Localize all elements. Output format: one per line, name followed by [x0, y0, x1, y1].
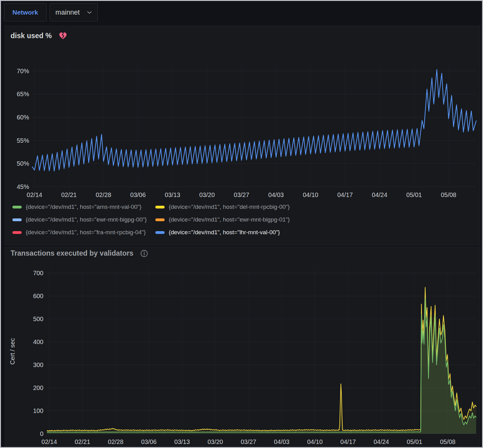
legend-swatch	[155, 231, 165, 234]
x-axis-tick-label: 02/21	[75, 438, 90, 445]
y-axis-tick-label: 400	[33, 338, 43, 345]
plot-area[interactable]	[47, 268, 476, 434]
transactions-chart[interactable]: 02/1402/2102/2803/0603/1303/2003/2704/03…	[5, 247, 481, 448]
grafana-dashboard: Network mainnet disk used % 02/1402/2102…	[0, 0, 483, 448]
x-axis-tick-label: 02/21	[61, 191, 77, 198]
x-axis-tick-label: 04/10	[307, 438, 323, 445]
legend-swatch	[12, 206, 22, 208]
y-axis-tick-label: 700	[33, 270, 43, 276]
y-axis-tick-label: 500	[33, 316, 43, 322]
chart-legend: {device="/dev/md1", host="ams-mnt-val-00…	[12, 204, 290, 236]
x-axis-tick-label: 03/06	[130, 191, 146, 198]
x-axis-tick-label: 03/27	[241, 438, 256, 445]
legend-label: {device="/dev/md1", host="ewr-mnt-bigpg-…	[26, 216, 147, 223]
x-axis-tick-label: 04/03	[274, 438, 290, 445]
x-axis-tick-label: 02/14	[42, 438, 57, 445]
legend-label: {device="/dev/md1", host="ewr-mnt-bigpg-…	[169, 216, 290, 223]
chevron-down-icon	[87, 11, 92, 14]
x-axis-tick-label: 03/13	[165, 191, 180, 198]
legend-swatch	[12, 231, 22, 234]
legend-item[interactable]: {device="/dev/md1", host="ewr-mnt-bigpg-…	[155, 216, 290, 223]
legend-swatch	[155, 206, 165, 208]
y-axis-tick-label: 50%	[17, 160, 29, 167]
x-axis-tick-label: 04/10	[303, 191, 318, 198]
legend-label: {device="/dev/md1", host="ams-mnt-val-00…	[26, 204, 141, 210]
legend-item[interactable]: {device="/dev/md1", host="fra-mnt-rpcbig…	[12, 229, 147, 236]
x-axis-tick-label: 03/06	[141, 438, 157, 445]
x-axis-tick-label: 03/20	[207, 438, 223, 445]
legend-label: {device="/dev/md1", host="del-mnt-rpcbig…	[169, 204, 290, 210]
x-axis-tick-label: 04/24	[372, 191, 387, 198]
plot-area[interactable]	[32, 61, 476, 187]
y-axis-tick-label: 300	[33, 361, 43, 368]
x-axis-tick-label: 03/13	[174, 438, 190, 445]
x-axis-tick-label: 03/27	[234, 191, 249, 198]
x-axis-tick-label: 02/28	[108, 438, 123, 445]
x-axis-tick-label: 04/24	[374, 438, 389, 445]
legend-item[interactable]: {device="/dev/md1", host="ams-mnt-val-00…	[12, 204, 147, 210]
x-axis-tick-label: 03/20	[199, 191, 215, 198]
y-axis-tick-label: 60%	[17, 114, 29, 121]
x-axis-tick-label: 05/08	[440, 438, 455, 445]
network-variable-label-box: Network	[4, 3, 47, 21]
network-variable-label: Network	[4, 9, 46, 16]
x-axis-tick-label: 02/28	[96, 191, 111, 198]
x-axis-tick-label: 05/08	[441, 191, 456, 198]
broken-heart-icon	[59, 32, 67, 40]
y-axis-tick-label: 55%	[17, 137, 29, 144]
panel-disk-used: disk used % 02/1402/2102/2803/0603/1303/…	[5, 26, 480, 245]
info-circle-icon[interactable]	[140, 249, 148, 258]
legend-swatch	[12, 218, 22, 221]
x-axis-tick-label: 04/17	[340, 438, 356, 445]
legend-swatch	[155, 218, 165, 221]
x-axis-tick-label: 04/03	[268, 191, 284, 198]
network-variable-value: mainnet	[55, 8, 80, 16]
dashboard-variable-toolbar: Network mainnet	[4, 3, 98, 21]
x-axis-tick-label: 02/14	[27, 191, 42, 198]
x-axis-tick-label: 05/01	[406, 191, 422, 198]
y-axis-label: Cert / sec	[9, 308, 16, 395]
y-axis-tick-label: 45%	[17, 183, 29, 190]
y-axis-tick-label: 600	[33, 293, 43, 299]
legend-item[interactable]: {device="/dev/md1", host="del-mnt-rpcbig…	[155, 204, 290, 210]
legend-label: {device="/dev/md1", host="fra-mnt-rpcbig…	[26, 229, 146, 236]
y-axis-tick-label: 200	[33, 384, 43, 391]
y-axis-tick-label: 70%	[17, 68, 29, 74]
y-axis-tick-label: 0	[40, 430, 43, 437]
legend-label: {device="/dev/md1", host="lhr-mnt-val-00…	[169, 229, 280, 236]
panel-title-disk-used[interactable]: disk used %	[11, 32, 52, 40]
legend-item[interactable]: {device="/dev/md1", host="lhr-mnt-val-00…	[155, 229, 290, 236]
panel-transactions: Transactions executed by validators Cert…	[5, 247, 480, 448]
y-axis-tick-label: 100	[33, 407, 43, 414]
x-axis-tick-label: 04/17	[337, 191, 353, 198]
legend-item[interactable]: {device="/dev/md1", host="ewr-mnt-bigpg-…	[12, 216, 147, 223]
x-axis-tick-label: 05/01	[407, 438, 422, 445]
y-axis-tick-label: 65%	[17, 91, 29, 97]
network-variable-dropdown[interactable]: mainnet	[50, 3, 98, 21]
panel-title-transactions[interactable]: Transactions executed by validators	[11, 249, 133, 258]
